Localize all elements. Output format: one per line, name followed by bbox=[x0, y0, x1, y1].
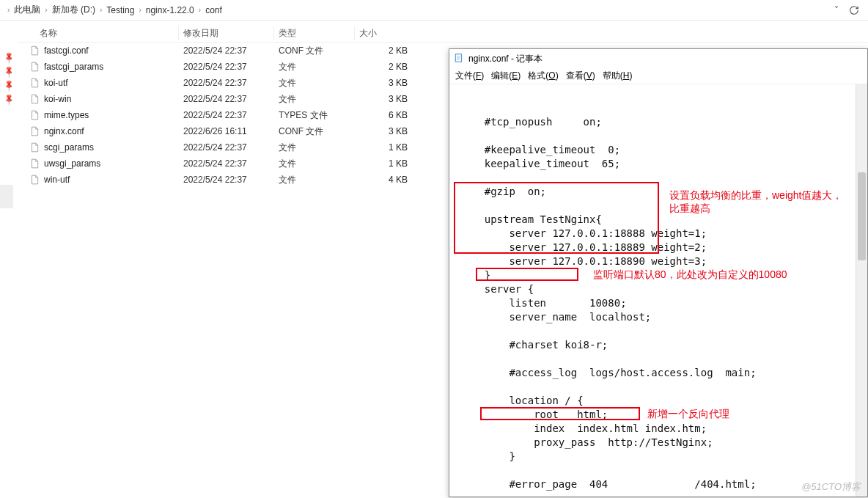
file-name: win-utf bbox=[44, 175, 70, 185]
code-line: server { bbox=[460, 282, 860, 296]
file-name: scgi_params bbox=[44, 142, 94, 153]
code-line: #charset koi8-r; bbox=[460, 338, 860, 352]
file-type: 文件 bbox=[274, 93, 355, 106]
menu-edit[interactable]: 编辑(E) bbox=[491, 70, 521, 82]
breadcrumb-item[interactable]: conf bbox=[202, 5, 225, 15]
file-size: 2 KB bbox=[355, 45, 413, 56]
file-icon bbox=[29, 126, 40, 136]
file-name: fastcgi.conf bbox=[44, 45, 89, 56]
file-size: 1 KB bbox=[355, 142, 413, 153]
annotation-upstream: 设置负载均衡的比重，weight值越大，比重越高 bbox=[669, 188, 853, 215]
file-name: uwsgi_params bbox=[44, 158, 100, 169]
code-line bbox=[460, 352, 860, 366]
file-date: 2022/5/24 22:37 bbox=[179, 175, 274, 185]
code-line: #error_page 404 /404.html; bbox=[460, 477, 860, 491]
file-date: 2022/5/24 22:37 bbox=[179, 45, 274, 56]
breadcrumb: › 此电脑 › 新加卷 (D:) › Testing › nginx-1.22.… bbox=[0, 0, 868, 21]
breadcrumb-item[interactable]: 新加卷 (D:) bbox=[49, 4, 98, 16]
file-type: 文件 bbox=[274, 174, 355, 186]
code-line: #access_log logs/host.access.log main; bbox=[460, 366, 860, 380]
file-date: 2022/5/24 22:37 bbox=[179, 158, 274, 169]
code-line bbox=[460, 491, 860, 497]
annotation-proxypass: 新增一个反向代理 bbox=[647, 407, 794, 420]
file-name: koi-win bbox=[44, 94, 71, 104]
file-name: mime.types bbox=[44, 110, 89, 120]
menu-format[interactable]: 格式(O) bbox=[528, 70, 558, 82]
pin-icon[interactable]: 📌 bbox=[1, 92, 15, 106]
notepad-menubar: 文件(F) 编辑(E) 格式(O) 查看(V) 帮助(H) bbox=[449, 68, 867, 84]
scrollbar-thumb[interactable] bbox=[858, 172, 866, 260]
notepad-window: nginx.conf - 记事本 文件(F) 编辑(E) 格式(O) 查看(V)… bbox=[449, 48, 868, 497]
file-type: 文件 bbox=[274, 77, 355, 89]
dropdown-icon[interactable]: ˅ bbox=[828, 2, 845, 18]
file-type: CONF 文件 bbox=[274, 45, 355, 57]
notepad-title: nginx.conf - 记事本 bbox=[468, 53, 542, 65]
breadcrumb-sep: › bbox=[137, 6, 142, 14]
file-date: 2022/5/24 22:37 bbox=[179, 62, 274, 72]
notepad-textarea[interactable]: #tcp_nopush on; #keepalive_timeout 0; ke… bbox=[449, 84, 867, 497]
file-icon bbox=[29, 94, 40, 104]
file-icon bbox=[29, 158, 40, 169]
file-size: 1 KB bbox=[355, 158, 413, 169]
code-line bbox=[460, 464, 860, 477]
breadcrumb-item[interactable]: 此电脑 bbox=[11, 4, 43, 16]
file-size: 3 KB bbox=[355, 78, 413, 88]
file-date: 2022/6/26 16:11 bbox=[179, 126, 274, 136]
code-line bbox=[460, 171, 860, 185]
notepad-titlebar[interactable]: nginx.conf - 记事本 bbox=[449, 49, 867, 68]
file-size: 4 KB bbox=[355, 175, 413, 185]
file-icon bbox=[29, 45, 40, 56]
file-date: 2022/5/24 22:37 bbox=[179, 110, 274, 120]
file-icon bbox=[29, 78, 40, 88]
file-size: 3 KB bbox=[355, 94, 413, 104]
file-date: 2022/5/24 22:37 bbox=[179, 142, 274, 153]
column-date[interactable]: 修改日期 bbox=[179, 26, 274, 40]
code-line: #tcp_nopush on; bbox=[460, 115, 860, 129]
file-name: fastcgi_params bbox=[44, 62, 103, 72]
code-line bbox=[460, 324, 860, 338]
column-type[interactable]: 类型 bbox=[274, 26, 355, 40]
breadcrumb-sep: › bbox=[197, 6, 202, 14]
scrollbar-vertical[interactable] bbox=[856, 84, 867, 497]
code-line: index index.html index.htm; bbox=[460, 422, 860, 436]
menu-help[interactable]: 帮助(H) bbox=[603, 70, 633, 82]
column-size[interactable]: 大小 bbox=[355, 26, 413, 40]
code-line: listen 10080; bbox=[460, 296, 860, 310]
code-line: server_name localhost; bbox=[460, 310, 860, 324]
code-line bbox=[460, 380, 860, 394]
pin-icon[interactable]: 📌 bbox=[1, 78, 15, 92]
file-type: 文件 bbox=[274, 61, 355, 73]
breadcrumb-item[interactable]: Testing bbox=[103, 5, 137, 15]
code-line: proxy_pass http://TestNginx; bbox=[460, 436, 860, 450]
notepad-icon bbox=[454, 53, 464, 65]
code-line: } bbox=[460, 450, 860, 464]
code-line: server 127.0.0.1:18889 weight=2; bbox=[460, 241, 860, 255]
breadcrumb-sep: › bbox=[6, 6, 11, 14]
file-type: TYPES 文件 bbox=[274, 109, 355, 122]
file-date: 2022/5/24 22:37 bbox=[179, 94, 274, 104]
side-tab[interactable] bbox=[0, 185, 13, 208]
file-type: 文件 bbox=[274, 158, 355, 170]
code-line: server 127.0.0.1:18890 weight=3; bbox=[460, 255, 860, 268]
file-type: CONF 文件 bbox=[274, 125, 355, 138]
column-name[interactable]: 名称 bbox=[18, 26, 179, 40]
breadcrumb-sep: › bbox=[98, 6, 103, 14]
file-type: 文件 bbox=[274, 142, 355, 154]
menu-file[interactable]: 文件(F) bbox=[455, 70, 484, 82]
code-line: location / { bbox=[460, 394, 860, 408]
file-icon bbox=[29, 62, 40, 72]
file-list-header: 名称 修改日期 类型 大小 bbox=[18, 26, 868, 43]
refresh-icon[interactable] bbox=[846, 2, 862, 18]
pin-icon[interactable]: 📌 bbox=[1, 65, 15, 78]
code-line bbox=[460, 129, 860, 143]
file-size: 2 KB bbox=[355, 62, 413, 72]
code-line: keepalive_timeout 65; bbox=[460, 157, 860, 171]
file-icon bbox=[29, 142, 40, 153]
file-size: 6 KB bbox=[355, 110, 413, 120]
menu-view[interactable]: 查看(V) bbox=[566, 70, 595, 82]
file-size: 3 KB bbox=[355, 126, 413, 136]
file-name: koi-utf bbox=[44, 78, 68, 88]
pin-icon[interactable]: 📌 bbox=[1, 51, 15, 65]
code-line: #keepalive_timeout 0; bbox=[460, 143, 860, 157]
breadcrumb-item[interactable]: nginx-1.22.0 bbox=[143, 5, 197, 15]
